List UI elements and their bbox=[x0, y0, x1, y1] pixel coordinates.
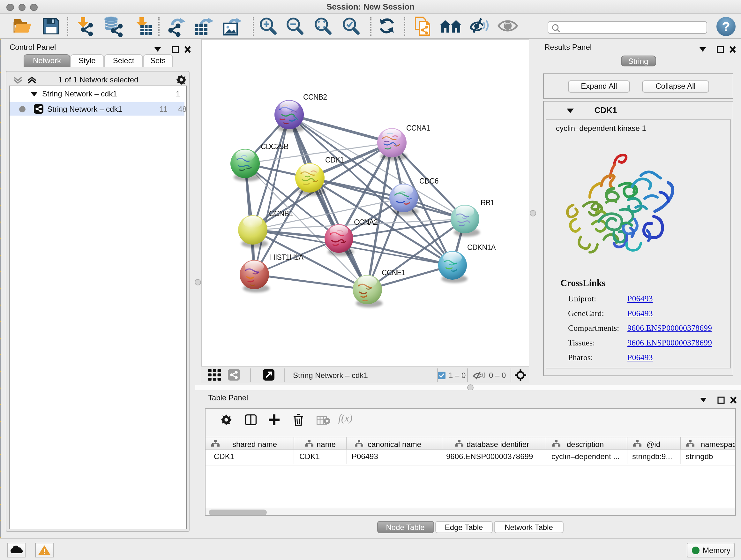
svg-text:CCNB1: CCNB1 bbox=[269, 209, 293, 218]
svg-text:CDC25B: CDC25B bbox=[261, 142, 288, 151]
svg-text:CDC6: CDC6 bbox=[419, 177, 439, 185]
svg-text:CCNE1: CCNE1 bbox=[382, 268, 405, 277]
svg-text:RB1: RB1 bbox=[481, 199, 494, 207]
svg-text:CCNA1: CCNA1 bbox=[406, 124, 430, 132]
svg-text:CDK1: CDK1 bbox=[325, 156, 344, 164]
svg-text:CCNA2: CCNA2 bbox=[354, 218, 378, 226]
svg-text:?: ? bbox=[722, 19, 730, 34]
svg-text:CDKN1A: CDKN1A bbox=[467, 243, 496, 252]
svg-text:CCNB2: CCNB2 bbox=[303, 93, 327, 101]
svg-text:HIST1H1A: HIST1H1A bbox=[270, 253, 304, 261]
